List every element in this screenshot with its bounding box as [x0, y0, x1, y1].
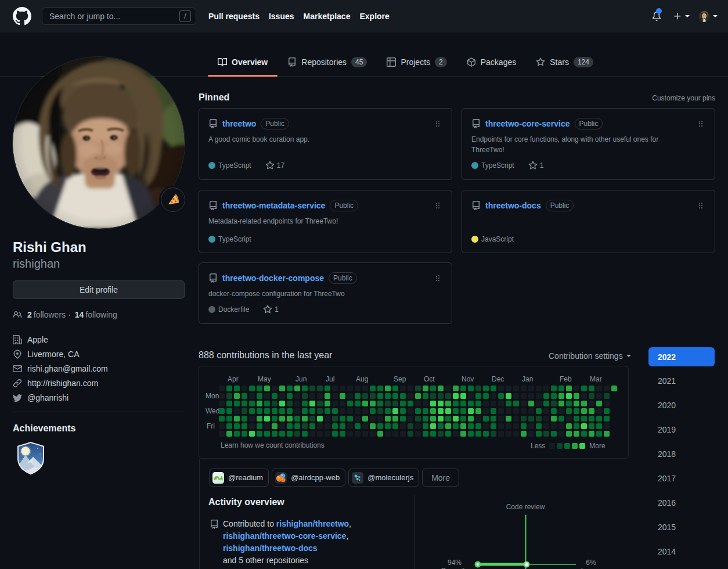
svg-text:Code review: Code review [506, 503, 545, 511]
svg-text:Apr: Apr [228, 375, 239, 383]
svg-text:Dec: Dec [492, 375, 504, 383]
svg-text:Mar: Mar [590, 375, 602, 383]
svg-text:Sep: Sep [394, 375, 406, 383]
svg-text:Nov: Nov [462, 375, 474, 383]
svg-text:Jan: Jan [522, 375, 533, 383]
svg-text:Jul: Jul [326, 375, 334, 383]
svg-text:Wed: Wed [206, 407, 219, 415]
svg-text:Issues: Issues [581, 567, 601, 569]
svg-text:Commits: Commits [441, 567, 468, 569]
svg-text:Feb: Feb [560, 375, 572, 383]
svg-text:May: May [258, 375, 271, 383]
svg-text:6%: 6% [586, 559, 596, 567]
svg-text:Mon: Mon [206, 392, 219, 400]
svg-text:Jun: Jun [295, 375, 307, 383]
svg-text:Fri: Fri [207, 422, 215, 430]
svg-text:94%: 94% [448, 559, 462, 567]
svg-text:Oct: Oct [424, 375, 435, 383]
svg-text:Aug: Aug [356, 375, 368, 383]
